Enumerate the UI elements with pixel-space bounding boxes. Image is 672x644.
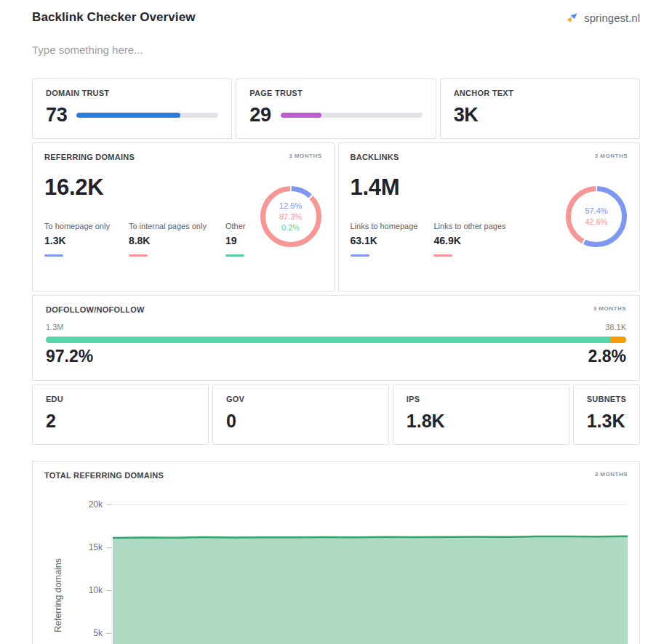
y-axis-label: Referring domains xyxy=(53,558,63,632)
page-trust-progress-bar xyxy=(281,113,423,118)
y-axis: 20k 15k 10k 5k xyxy=(72,504,113,644)
period-label: 3 MONTHS xyxy=(595,153,628,159)
stat-to-internal-pages-only: To internal pages only 8.8K xyxy=(129,222,207,257)
domain-trust-progress-bar xyxy=(76,113,218,118)
dofollow-count: 1.3M xyxy=(46,323,63,331)
stat-other: Other 19 xyxy=(225,222,246,257)
donut-labels: 12.5% 87.3% 0.2% xyxy=(257,182,325,251)
edu-card: EDU 2 xyxy=(32,385,209,445)
dofollow-title: DOFOLLOW/NOFOLLOW xyxy=(46,305,145,314)
search-bar xyxy=(32,44,640,57)
dofollow-nofollow-bar-chart xyxy=(46,337,626,343)
legend-swatch xyxy=(129,254,148,257)
referring-domains-area-chart: Referring domains 20k 15k 10k 5k xyxy=(44,504,628,644)
domains-backlinks-row: REFERRING DOMAINS 3 MONTHS 16.2K To home… xyxy=(32,142,640,291)
referring-domains-title: REFERRING DOMAINS xyxy=(44,153,135,161)
period-label: 3 MONTHS xyxy=(593,305,626,312)
page-trust-title: PAGE TRUST xyxy=(249,89,422,97)
dofollow-segment xyxy=(46,337,610,343)
trust-row: DOMAIN TRUST 73 PAGE TRUST 29 ANCHOR TEX… xyxy=(32,79,640,139)
page-trust-progress-fill xyxy=(281,113,322,118)
edu-value: 2 xyxy=(46,411,195,432)
anchor-text-value: 3K xyxy=(454,104,479,126)
legend-swatch xyxy=(44,254,63,257)
y-tick-15k: 15k xyxy=(89,542,113,552)
domain-trust-card: DOMAIN TRUST 73 xyxy=(32,79,232,139)
legend-swatch xyxy=(433,254,452,257)
anchor-text-card: ANCHOR TEXT 3K xyxy=(440,79,640,139)
period-label: 3 MONTHS xyxy=(289,153,321,159)
total-referring-domains-card: TOTAL REFERRING DOMAINS 3 MONTHS Referri… xyxy=(32,461,640,644)
area-series xyxy=(113,504,628,644)
y-tick-20k: 20k xyxy=(89,499,113,510)
nofollow-count: 38.1K xyxy=(605,323,626,331)
referring-domains-donut-chart: 12.5% 87.3% 0.2% xyxy=(257,182,325,251)
plot-area xyxy=(113,504,628,644)
domain-trust-title: DOMAIN TRUST xyxy=(46,89,218,97)
referring-domains-card: REFERRING DOMAINS 3 MONTHS 16.2K To home… xyxy=(32,142,335,291)
page-title: Backlink Checker Overview xyxy=(32,10,196,25)
brand-name: springest.nl xyxy=(584,12,640,24)
gov-value: 0 xyxy=(226,411,375,432)
dofollow-nofollow-card: DOFOLLOW/NOFOLLOW 3 MONTHS 1.3M 38.1K 97… xyxy=(32,295,640,381)
page-trust-value: 29 xyxy=(249,104,271,126)
subnets-card: SUBNETS 1.3K xyxy=(573,385,640,445)
backlink-checker-dashboard: Backlink Checker Overview springest.nl D… xyxy=(0,0,672,644)
total-referring-domains-title: TOTAL REFERRING DOMAINS xyxy=(44,471,164,480)
ips-card: IPS 1.8K xyxy=(393,385,569,445)
nofollow-segment xyxy=(610,337,626,343)
backlinks-donut-chart: 57.4% 42.6% xyxy=(562,182,631,251)
domain-trust-progress-fill xyxy=(76,113,180,118)
backlinks-title: BACKLINKS xyxy=(351,153,399,161)
ips-value: 1.8K xyxy=(407,411,556,432)
stat-links-to-other-pages: Links to other pages 46.9K xyxy=(433,222,505,257)
legend-swatch xyxy=(351,254,369,257)
y-tick-5k: 5k xyxy=(93,628,113,638)
y-tick-10k: 10k xyxy=(89,585,113,595)
edu-gov-ips-subnets-row: EDU 2 GOV 0 IPS 1.8K SUBNETS 1.3K xyxy=(32,385,640,445)
domain-trust-value: 73 xyxy=(46,104,67,126)
anchor-text-title: ANCHOR TEXT xyxy=(454,89,626,97)
subnets-value: 1.3K xyxy=(587,411,626,432)
period-label: 3 MONTHS xyxy=(595,471,628,478)
dofollow-percent: 97.2% xyxy=(46,347,93,366)
springest-logo-icon xyxy=(565,11,579,25)
nofollow-percent: 2.8% xyxy=(588,347,626,366)
donut-labels: 57.4% 42.6% xyxy=(562,182,631,251)
backlinks-card: BACKLINKS 3 MONTHS 1.4M Links to homepag… xyxy=(338,142,641,291)
stat-to-homepage-only: To homepage only 1.3K xyxy=(44,222,110,257)
page-trust-card: PAGE TRUST 29 xyxy=(236,79,436,139)
legend-swatch xyxy=(225,254,244,257)
brand: springest.nl xyxy=(565,11,640,25)
topbar: Backlink Checker Overview springest.nl xyxy=(32,10,640,25)
search-input[interactable] xyxy=(32,44,337,56)
stat-links-to-homepage: Links to homepage 63.1K xyxy=(351,222,418,257)
gov-card: GOV 0 xyxy=(212,385,389,445)
